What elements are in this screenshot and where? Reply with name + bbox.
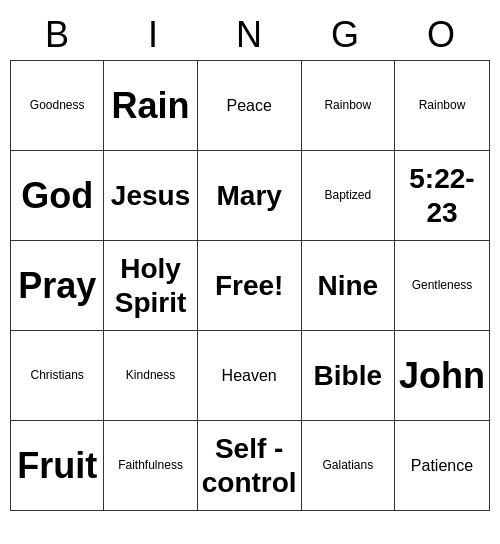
header-letter: N <box>202 10 298 60</box>
cell-text: Goodness <box>30 98 85 112</box>
grid-cell: Bible <box>302 331 395 421</box>
cell-text: Baptized <box>324 188 371 202</box>
bingo-card: BINGO GoodnessRainPeaceRainbowRainbowGod… <box>10 10 490 511</box>
grid-cell: Faithfulness <box>104 421 197 511</box>
grid-cell: Holy Spirit <box>104 241 197 331</box>
cell-text: Holy Spirit <box>108 252 192 319</box>
grid-cell: Self - control <box>198 421 302 511</box>
cell-text: Pray <box>18 264 96 307</box>
cell-text: John <box>399 354 485 397</box>
cell-text: God <box>21 174 93 217</box>
cell-text: 5:22-23 <box>399 162 485 229</box>
grid-cell: Nine <box>302 241 395 331</box>
cell-text: Rain <box>112 84 190 127</box>
grid-cell: Free! <box>198 241 302 331</box>
cell-text: Fruit <box>17 444 97 487</box>
cell-text: Peace <box>226 96 271 115</box>
grid-cell: Baptized <box>302 151 395 241</box>
grid-cell: Gentleness <box>395 241 490 331</box>
cell-text: Christians <box>31 368 84 382</box>
cell-text: Gentleness <box>412 278 473 292</box>
bingo-header: BINGO <box>10 10 490 60</box>
bingo-grid: GoodnessRainPeaceRainbowRainbowGodJesusM… <box>10 60 490 511</box>
cell-text: Self - control <box>202 432 297 499</box>
cell-text: Jesus <box>111 179 190 213</box>
cell-text: Kindness <box>126 368 175 382</box>
cell-text: Rainbow <box>419 98 466 112</box>
grid-cell: Jesus <box>104 151 197 241</box>
grid-cell: Christians <box>11 331 104 421</box>
cell-text: Bible <box>314 359 382 393</box>
grid-cell: Goodness <box>11 61 104 151</box>
grid-cell: God <box>11 151 104 241</box>
grid-cell: Peace <box>198 61 302 151</box>
grid-cell: 5:22-23 <box>395 151 490 241</box>
header-letter: I <box>106 10 202 60</box>
header-letter: G <box>298 10 394 60</box>
grid-cell: Pray <box>11 241 104 331</box>
grid-cell: Mary <box>198 151 302 241</box>
grid-cell: Rainbow <box>302 61 395 151</box>
header-letter: O <box>394 10 490 60</box>
cell-text: Faithfulness <box>118 458 183 472</box>
grid-cell: Galatians <box>302 421 395 511</box>
cell-text: Patience <box>411 456 473 475</box>
grid-cell: Kindness <box>104 331 197 421</box>
grid-cell: John <box>395 331 490 421</box>
cell-text: Galatians <box>322 458 373 472</box>
cell-text: Mary <box>216 179 281 213</box>
header-letter: B <box>10 10 106 60</box>
cell-text: Nine <box>317 269 378 303</box>
grid-cell: Rainbow <box>395 61 490 151</box>
cell-text: Heaven <box>222 366 277 385</box>
grid-cell: Rain <box>104 61 197 151</box>
grid-cell: Fruit <box>11 421 104 511</box>
grid-cell: Heaven <box>198 331 302 421</box>
cell-text: Rainbow <box>324 98 371 112</box>
cell-text: Free! <box>215 269 283 303</box>
grid-cell: Patience <box>395 421 490 511</box>
